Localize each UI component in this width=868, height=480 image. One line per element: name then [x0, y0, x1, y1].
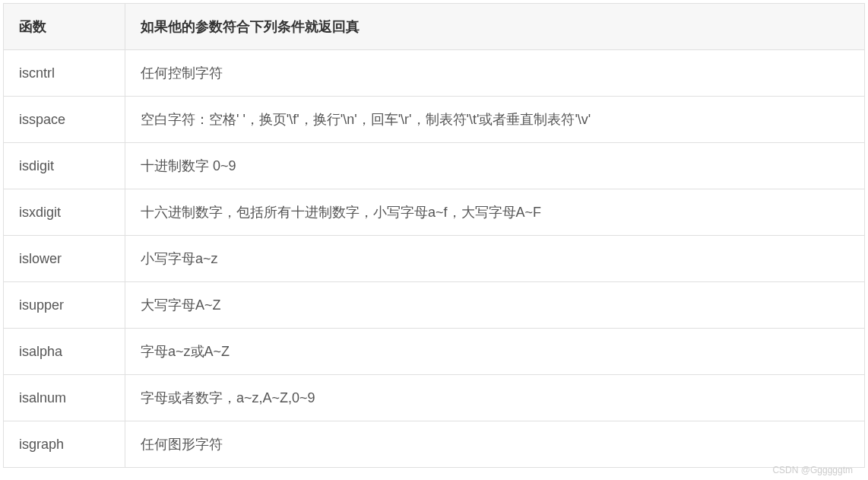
- function-desc-cell: 小写字母a~z: [125, 236, 865, 282]
- function-desc-cell: 大写字母A~Z: [125, 282, 865, 329]
- char-classification-table: 函数 如果他的参数符合下列条件就返回真 iscntrl 任何控制字符 isspa…: [3, 3, 865, 468]
- header-function: 函数: [4, 4, 125, 50]
- function-name-cell: iscntrl: [4, 50, 125, 97]
- table-row: iscntrl 任何控制字符: [4, 50, 865, 97]
- table-header-row: 函数 如果他的参数符合下列条件就返回真: [4, 4, 865, 50]
- watermark-text: CSDN @Ggggggtm: [772, 465, 853, 471]
- function-name-cell: isupper: [4, 282, 125, 329]
- function-desc-cell: 十进制数字 0~9: [125, 143, 865, 189]
- table-row: isalnum 字母或者数字，a~z,A~Z,0~9: [4, 375, 865, 421]
- function-name-cell: isgraph: [4, 421, 125, 468]
- function-name-cell: isdigit: [4, 143, 125, 189]
- table-row: isdigit 十进制数字 0~9: [4, 143, 865, 189]
- table-row: isgraph 任何图形字符: [4, 421, 865, 468]
- table-row: isalpha 字母a~z或A~Z: [4, 329, 865, 375]
- function-desc-cell: 字母a~z或A~Z: [125, 329, 865, 375]
- function-name-cell: isalpha: [4, 329, 125, 375]
- function-desc-cell: 字母或者数字，a~z,A~Z,0~9: [125, 375, 865, 421]
- header-description: 如果他的参数符合下列条件就返回真: [125, 4, 865, 50]
- function-name-cell: islower: [4, 236, 125, 282]
- table-row: islower 小写字母a~z: [4, 236, 865, 282]
- function-desc-cell: 十六进制数字，包括所有十进制数字，小写字母a~f，大写字母A~F: [125, 189, 865, 236]
- function-desc-cell: 任何图形字符: [125, 421, 865, 468]
- function-name-cell: isspace: [4, 97, 125, 143]
- function-name-cell: isalnum: [4, 375, 125, 421]
- table-row: isupper 大写字母A~Z: [4, 282, 865, 329]
- table-row: isxdigit 十六进制数字，包括所有十进制数字，小写字母a~f，大写字母A~…: [4, 189, 865, 236]
- function-desc-cell: 任何控制字符: [125, 50, 865, 97]
- table-row: isspace 空白字符：空格' '，换页'\f'，换行'\n'，回车'\r'，…: [4, 97, 865, 143]
- function-desc-cell: 空白字符：空格' '，换页'\f'，换行'\n'，回车'\r'，制表符'\t'或…: [125, 97, 865, 143]
- function-name-cell: isxdigit: [4, 189, 125, 236]
